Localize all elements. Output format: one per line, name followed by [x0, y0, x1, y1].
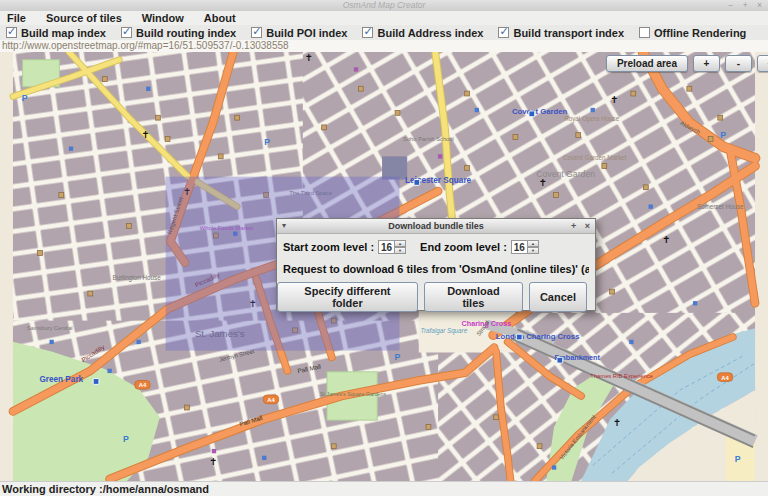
start-zoom-value[interactable]: 16 [378, 240, 395, 254]
end-zoom-spinner: 16 ▲ ▼ [511, 240, 539, 254]
church-icon: ✝ [538, 177, 546, 188]
poi-icon [262, 456, 266, 460]
zoom-in-button[interactable]: + [693, 55, 720, 72]
download-dialog: ▾ Download bundle tiles + × Start zoom l… [276, 218, 596, 311]
poi-icon [136, 340, 140, 344]
checkbox-build-address-index[interactable]: ✓Build Address index [362, 27, 483, 39]
pub-icon [602, 164, 607, 169]
pub-icon [708, 137, 713, 142]
dialog-controls: + × [565, 219, 590, 233]
checkbox-checked-icon[interactable]: ✓ [6, 27, 17, 38]
cancel-button[interactable]: Cancel [529, 282, 587, 312]
checkbox-checked-icon[interactable]: ✓ [498, 27, 509, 38]
pub-icon [426, 424, 431, 429]
dialog-buttons: Specify different folder Download tiles … [277, 282, 587, 312]
status-bar: Working directory :/home/anna/osmand [0, 481, 768, 496]
map-label: Sainsbury Central [27, 325, 73, 331]
pub-icon [513, 135, 518, 140]
pub-icon [631, 91, 636, 96]
end-zoom-label: End zoom level : [420, 241, 507, 253]
parking-icon: P [264, 137, 270, 147]
poi-icon [693, 301, 697, 305]
end-zoom-down-icon[interactable]: ▼ [528, 247, 539, 254]
dialog-menu-icon[interactable]: ▾ [282, 219, 286, 233]
pub-icon [88, 291, 93, 296]
dialog-maximize-icon[interactable]: + [571, 221, 576, 231]
pub-icon [718, 115, 723, 120]
dialog-titlebar[interactable]: ▾ Download bundle tiles + × [277, 219, 595, 234]
index-options-bar: ✓Build map index✓Build routing index✓Bui… [0, 25, 768, 40]
download-request-message: Request to download 6 tiles from 'OsmAnd… [283, 263, 589, 275]
map-url-text: http://www.openstreetmap.org/#map=16/51.… [2, 40, 289, 51]
map-label: St James's Square Gardens [320, 391, 386, 397]
maximize-icon[interactable]: + [743, 0, 748, 10]
parking-icon: P [395, 352, 401, 362]
route-badge-label: A4 [721, 375, 729, 381]
end-zoom-value[interactable]: 16 [511, 240, 528, 254]
poi-icon [552, 465, 556, 469]
menu-item-source-of-tiles[interactable]: Source of tiles [46, 12, 122, 24]
menu-item-file[interactable]: File [7, 12, 26, 24]
pub-icon [537, 444, 542, 449]
checkbox-build-transport-index[interactable]: ✓Build transport index [498, 27, 624, 39]
checkbox-checked-icon[interactable]: ✓ [362, 27, 373, 38]
start-zoom-down-icon[interactable]: ▼ [395, 247, 406, 254]
preload-area-button[interactable]: Preload area [606, 55, 688, 72]
checkbox-label: Build transport index [513, 27, 624, 39]
checkbox-checked-icon[interactable]: ✓ [121, 27, 132, 38]
checkbox-build-poi-index[interactable]: ✓Build POI index [251, 27, 347, 39]
minimize-icon[interactable]: − [728, 0, 733, 10]
map-label: Green Park [39, 375, 83, 384]
close-icon[interactable]: × [757, 0, 762, 10]
church-icon: ✝ [305, 52, 313, 63]
map-label: Burlington House [113, 274, 162, 282]
menu-item-about[interactable]: About [204, 12, 236, 24]
map-buttons: Preload area + - + [606, 55, 768, 72]
menu-item-window[interactable]: Window [142, 12, 184, 24]
pub-icon [494, 415, 499, 420]
pub-icon [331, 444, 336, 449]
menu-bar: FileSource of tilesWindowAbout [0, 11, 768, 25]
start-zoom-up-icon[interactable]: ▲ [395, 240, 406, 247]
app-window: OsmAnd Map Creator − + × FileSource of t… [0, 0, 768, 496]
pub-icon [554, 193, 559, 198]
download-tiles-button[interactable]: Download tiles [424, 282, 523, 312]
parking-icon: P [735, 454, 741, 464]
check-icon: ✓ [252, 25, 261, 38]
checkbox-label: Build Address index [377, 27, 483, 39]
extra-zoom-button[interactable]: + [757, 55, 768, 72]
church-icon: ✝ [662, 234, 670, 245]
pub-icon [465, 166, 470, 171]
poi-icon [591, 108, 595, 112]
map-label: Soho Parish School [403, 136, 454, 142]
specify-folder-button[interactable]: Specify different folder [277, 282, 418, 312]
checkbox-build-routing-index[interactable]: ✓Build routing index [121, 27, 236, 39]
checkbox-unchecked-icon[interactable] [639, 27, 650, 38]
parking-icon: P [22, 93, 28, 103]
checkbox-checked-icon[interactable]: ✓ [251, 27, 262, 38]
pub-icon [127, 224, 132, 229]
pub-icon [576, 133, 581, 138]
zoom-out-button[interactable]: - [725, 55, 752, 72]
map-label: Covent Garden Market [563, 154, 627, 161]
pub-icon [155, 115, 160, 120]
checkbox-offline-rendering[interactable]: Offline Rendering [639, 27, 746, 39]
dialog-title: Download bundle tiles [388, 221, 484, 231]
pub-icon [465, 91, 470, 96]
poi-icon [49, 340, 53, 344]
map-label: Thames RIB Experience [590, 373, 653, 379]
end-zoom-up-icon[interactable]: ▲ [528, 240, 539, 247]
poi-icon [69, 146, 73, 150]
poi-icon [146, 87, 150, 91]
pub-icon [610, 289, 615, 294]
checkbox-label: Offline Rendering [654, 27, 746, 39]
underground-station-icon [516, 334, 522, 340]
church-icon: ✝ [610, 94, 618, 105]
pub-icon [165, 137, 170, 142]
underground-station-icon [414, 180, 420, 186]
check-icon: ✓ [499, 25, 508, 38]
checkbox-build-map-index[interactable]: ✓Build map index [6, 27, 106, 39]
map-viewport[interactable]: A4A4A4Covent GardenRoyal Opera HouseCove… [0, 52, 768, 481]
parking-icon: P [123, 434, 129, 444]
dialog-close-icon[interactable]: × [585, 221, 590, 231]
